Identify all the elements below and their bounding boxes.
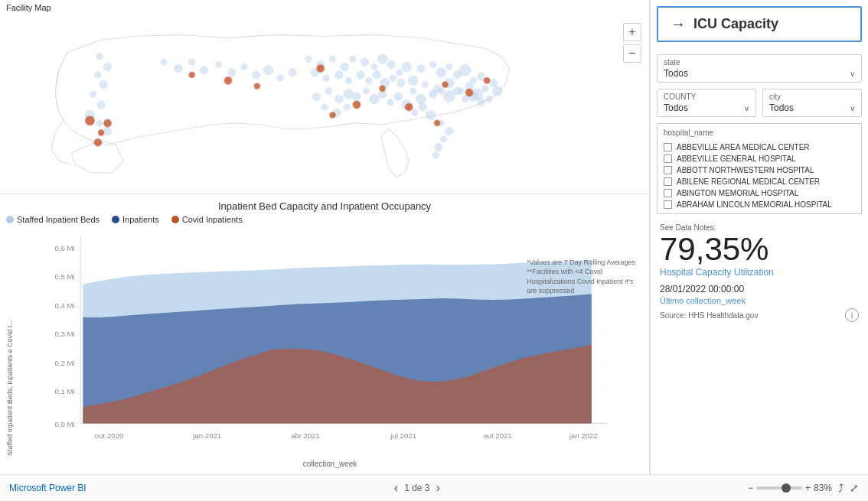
stats-section: See Data Notes: 79,35% Hospital Capacity… (657, 220, 862, 325)
state-dropdown-icon: ∨ (850, 70, 855, 78)
chart-legend: Staffed Inpatient Beds Inpatients Covid … (6, 215, 643, 224)
big-stat-number: 79,35% (660, 233, 859, 265)
list-item[interactable]: ABBEVILLE GENERAL HOSPITAL (661, 153, 858, 164)
list-item[interactable]: ABBEVILLE AREA MEDICAL CENTER (661, 142, 858, 153)
svg-point-34 (357, 71, 365, 80)
legend-inpatients: Inpatients (112, 215, 159, 224)
svg-point-24 (438, 88, 444, 94)
hospital-checkbox-3[interactable] (664, 177, 672, 186)
list-item[interactable]: ABILENE REGIONAL MEDICAL CENTER (661, 176, 858, 187)
city-filter[interactable]: city Todos ∨ (762, 89, 862, 117)
county-filter-label: COUNTY (664, 93, 749, 101)
list-item[interactable]: ABRAHAM LINCOLN MEMORIAL HOSPITAL (661, 199, 858, 210)
us-map[interactable] (3, 3, 646, 190)
date-value: 28/01/2022 00:00:00 (660, 284, 859, 294)
svg-point-95 (442, 81, 448, 87)
svg-point-8 (408, 76, 418, 86)
hospital-name-2: ABBOTT NORTHWESTERN HOSPITAL (677, 166, 814, 174)
svg-text:abr 2021: abr 2021 (291, 431, 320, 439)
svg-point-100 (189, 72, 195, 78)
hospital-checkbox-2[interactable] (664, 166, 672, 174)
hospital-name-1: ABBEVILLE GENERAL HOSPITAL (677, 155, 796, 163)
svg-point-97 (484, 77, 490, 83)
city-filter-label: city (769, 93, 855, 101)
svg-point-90 (432, 152, 439, 158)
svg-point-57 (335, 71, 344, 80)
svg-point-45 (394, 93, 403, 101)
svg-point-66 (96, 54, 103, 60)
svg-point-82 (253, 71, 261, 80)
svg-text:0,0 Mi: 0,0 Mi (55, 419, 75, 428)
svg-point-25 (429, 90, 438, 99)
svg-point-76 (175, 64, 183, 73)
svg-point-49 (426, 110, 436, 120)
county-filter[interactable]: COUNTY Todos ∨ (657, 89, 756, 117)
svg-point-75 (161, 59, 167, 65)
zoom-in-button[interactable]: + (623, 23, 641, 41)
zoom-thumb (782, 483, 791, 493)
hospital-checkbox-5[interactable] (664, 200, 672, 209)
covid-label: Covid Inpatients (182, 215, 243, 224)
facility-map-section: Facility Map + − (0, 0, 649, 194)
source-text: Source: HHS Healthdata.gov (660, 311, 758, 320)
svg-point-89 (435, 143, 443, 151)
svg-point-62 (344, 89, 354, 99)
svg-point-61 (335, 95, 344, 102)
svg-point-80 (228, 69, 237, 77)
svg-point-69 (100, 80, 108, 89)
list-item[interactable]: ABINGTON MEMORIAL HOSPITAL (661, 187, 858, 199)
svg-text:0,4 Mi: 0,4 Mi (55, 301, 75, 309)
icu-capacity-button[interactable]: → ICU Capacity (657, 6, 862, 42)
chart-note-4: are suppressed (527, 286, 635, 296)
zoom-minus[interactable]: − (748, 483, 753, 493)
svg-point-105 (405, 103, 413, 112)
svg-point-85 (289, 69, 297, 77)
svg-point-3 (446, 63, 452, 70)
svg-point-88 (440, 136, 446, 142)
svg-point-78 (200, 66, 208, 74)
right-panel: → ICU Capacity state Todos ∨ COUNTY Todo… (650, 0, 868, 474)
icu-arrow-icon: → (671, 15, 686, 33)
info-icon[interactable]: i (845, 308, 859, 322)
svg-point-50 (305, 56, 312, 62)
inpatients-dot (112, 216, 119, 223)
svg-point-48 (419, 103, 427, 112)
svg-point-23 (443, 91, 455, 102)
zoom-slider[interactable] (756, 486, 802, 490)
hospital-checkbox-0[interactable] (664, 143, 672, 151)
hospital-section: hospital_name ABBEVILLE AREA MEDICAL CEN… (657, 123, 862, 214)
x-axis-label: collection_week (17, 460, 643, 468)
zoom-plus[interactable]: + (805, 483, 811, 493)
fullscreen-icon[interactable]: ⤢ (850, 482, 859, 494)
svg-point-30 (377, 54, 387, 64)
hospital-list[interactable]: ABBEVILLE AREA MEDICAL CENTER ABBEVILLE … (661, 142, 858, 210)
svg-point-81 (241, 63, 247, 70)
svg-point-77 (189, 59, 195, 65)
svg-text:out 2020: out 2020 (95, 431, 123, 439)
county-filter-select[interactable]: Todos ∨ (664, 102, 749, 113)
hospital-checkbox-1[interactable] (664, 155, 672, 163)
inpatients-label: Inpatients (122, 215, 159, 224)
state-filter-select[interactable]: Todos ∨ (664, 68, 855, 79)
svg-point-104 (379, 86, 385, 92)
city-filter-select[interactable]: Todos ∨ (769, 102, 855, 113)
list-item[interactable]: ABBOTT NORTHWESTERN HOSPITAL (661, 164, 858, 176)
zoom-out-button[interactable]: − (623, 44, 641, 63)
hospital-checkbox-4[interactable] (664, 189, 672, 197)
chart-note-3: Hospitalizations Covid Inpatient #'s (527, 277, 635, 287)
svg-text:jan 2021: jan 2021 (192, 431, 221, 439)
staffed-beds-label: Staffed Inpatient Beds (17, 215, 100, 224)
svg-point-56 (323, 75, 329, 81)
svg-point-41 (363, 88, 369, 94)
svg-point-63 (321, 104, 328, 110)
svg-text:0,6 Mi: 0,6 Mi (55, 243, 75, 252)
svg-point-59 (312, 93, 321, 101)
state-filter[interactable]: state Todos ∨ (657, 54, 862, 83)
county-filter-value: Todos (664, 102, 688, 113)
share-icon[interactable]: ⤴ (838, 482, 844, 494)
svg-point-67 (103, 63, 112, 71)
hospital-name-3: ABILENE REGIONAL MEDICAL CENTER (677, 177, 820, 186)
svg-point-83 (263, 65, 273, 75)
hospital-section-label: hospital_name (661, 127, 858, 138)
hospital-name-5: ABRAHAM LINCOLN MEMORIAL HOSPITAL (677, 200, 832, 209)
